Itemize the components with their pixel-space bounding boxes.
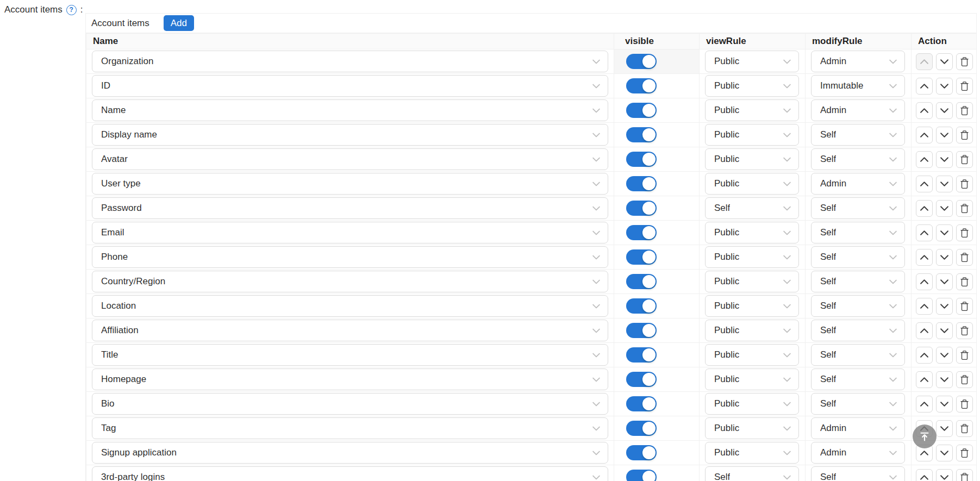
modify-rule-select[interactable]: Admin — [811, 173, 905, 195]
modify-rule-select[interactable]: Self — [811, 295, 905, 317]
account-item-select[interactable]: Password — [92, 197, 608, 219]
move-up-button[interactable] — [916, 53, 933, 70]
modify-rule-select[interactable]: Self — [811, 368, 905, 390]
delete-button[interactable] — [956, 347, 973, 364]
delete-button[interactable] — [956, 224, 973, 241]
modify-rule-select[interactable]: Self — [811, 246, 905, 268]
view-rule-select[interactable]: Self — [705, 197, 799, 219]
account-item-select[interactable]: Organization — [92, 51, 608, 72]
move-up-button[interactable] — [916, 298, 933, 315]
move-down-button[interactable] — [936, 273, 953, 290]
view-rule-select[interactable]: Public — [705, 222, 799, 243]
move-down-button[interactable] — [936, 78, 953, 95]
delete-button[interactable] — [956, 78, 973, 95]
delete-button[interactable] — [956, 249, 973, 266]
delete-button[interactable] — [956, 469, 973, 481]
move-up-button[interactable] — [916, 102, 933, 119]
view-rule-select[interactable]: Public — [705, 344, 799, 366]
move-up-button[interactable] — [916, 127, 933, 143]
move-down-button[interactable] — [936, 151, 953, 168]
account-item-select[interactable]: Bio — [92, 393, 608, 415]
visible-toggle[interactable] — [626, 298, 657, 314]
move-up-button[interactable] — [916, 249, 933, 266]
account-item-select[interactable]: 3rd-party logins — [92, 466, 608, 481]
move-down-button[interactable] — [936, 298, 953, 315]
account-item-select[interactable]: Email — [92, 222, 608, 243]
account-item-select[interactable]: Tag — [92, 417, 608, 439]
delete-button[interactable] — [956, 396, 973, 413]
modify-rule-select[interactable]: Admin — [811, 51, 905, 72]
back-to-top-button[interactable] — [913, 424, 937, 448]
visible-toggle[interactable] — [626, 470, 657, 481]
move-up-button[interactable] — [916, 224, 933, 241]
delete-button[interactable] — [956, 200, 973, 217]
move-down-button[interactable] — [936, 322, 953, 339]
add-button[interactable]: Add — [164, 15, 194, 31]
view-rule-select[interactable]: Self — [705, 466, 799, 481]
move-up-button[interactable] — [916, 78, 933, 95]
view-rule-select[interactable]: Public — [705, 173, 799, 195]
modify-rule-select[interactable]: Self — [811, 393, 905, 415]
account-item-select[interactable]: Title — [92, 344, 608, 366]
move-down-button[interactable] — [936, 469, 953, 481]
view-rule-select[interactable]: Public — [705, 99, 799, 121]
delete-button[interactable] — [956, 445, 973, 461]
visible-toggle[interactable] — [626, 372, 657, 387]
modify-rule-select[interactable]: Admin — [811, 417, 905, 439]
move-up-button[interactable] — [916, 396, 933, 413]
visible-toggle[interactable] — [626, 54, 657, 69]
visible-toggle[interactable] — [626, 152, 657, 167]
view-rule-select[interactable]: Public — [705, 271, 799, 292]
account-item-select[interactable]: User type — [92, 173, 608, 195]
visible-toggle[interactable] — [626, 225, 657, 240]
modify-rule-select[interactable]: Self — [811, 222, 905, 243]
move-down-button[interactable] — [936, 445, 953, 461]
visible-toggle[interactable] — [626, 421, 657, 436]
move-up-button[interactable] — [916, 322, 933, 339]
modify-rule-select[interactable]: Immutable — [811, 75, 905, 97]
visible-toggle[interactable] — [626, 396, 657, 411]
visible-toggle[interactable] — [626, 274, 657, 289]
delete-button[interactable] — [956, 420, 973, 437]
view-rule-select[interactable]: Public — [705, 124, 799, 146]
view-rule-select[interactable]: Public — [705, 442, 799, 464]
visible-toggle[interactable] — [626, 323, 657, 338]
view-rule-select[interactable]: Public — [705, 295, 799, 317]
modify-rule-select[interactable]: Self — [811, 124, 905, 146]
modify-rule-select[interactable]: Self — [811, 197, 905, 219]
move-down-button[interactable] — [936, 53, 953, 70]
move-up-button[interactable] — [916, 469, 933, 481]
move-down-button[interactable] — [936, 224, 953, 241]
move-down-button[interactable] — [936, 249, 953, 266]
modify-rule-select[interactable]: Admin — [811, 442, 905, 464]
visible-toggle[interactable] — [626, 249, 657, 265]
view-rule-select[interactable]: Public — [705, 246, 799, 268]
move-down-button[interactable] — [936, 200, 953, 217]
account-item-select[interactable]: Signup application — [92, 442, 608, 464]
account-item-select[interactable]: Avatar — [92, 148, 608, 170]
delete-button[interactable] — [956, 298, 973, 315]
account-item-select[interactable]: Location — [92, 295, 608, 317]
move-down-button[interactable] — [936, 347, 953, 364]
visible-toggle[interactable] — [626, 445, 657, 460]
delete-button[interactable] — [956, 53, 973, 70]
move-down-button[interactable] — [936, 127, 953, 143]
delete-button[interactable] — [956, 176, 973, 192]
move-up-button[interactable] — [916, 273, 933, 290]
move-up-button[interactable] — [916, 347, 933, 364]
account-item-select[interactable]: Affiliation — [92, 320, 608, 341]
modify-rule-select[interactable]: Self — [811, 271, 905, 292]
move-down-button[interactable] — [936, 420, 953, 437]
account-item-select[interactable]: ID — [92, 75, 608, 97]
move-down-button[interactable] — [936, 102, 953, 119]
visible-toggle[interactable] — [626, 176, 657, 191]
delete-button[interactable] — [956, 273, 973, 290]
move-up-button[interactable] — [916, 371, 933, 388]
delete-button[interactable] — [956, 102, 973, 119]
account-item-select[interactable]: Phone — [92, 246, 608, 268]
help-icon[interactable]: ? — [66, 5, 77, 15]
account-item-select[interactable]: Country/Region — [92, 271, 608, 292]
account-item-select[interactable]: Homepage — [92, 368, 608, 390]
move-up-button[interactable] — [916, 151, 933, 168]
visible-toggle[interactable] — [626, 103, 657, 118]
